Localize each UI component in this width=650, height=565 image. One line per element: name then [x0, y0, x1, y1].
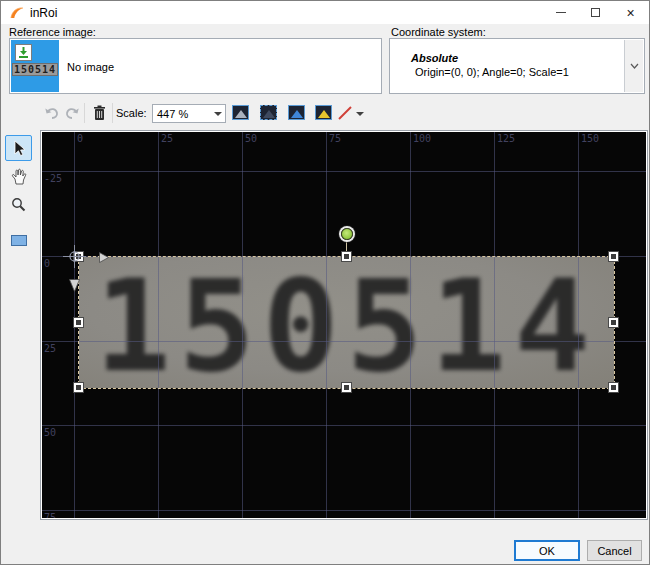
minimize-button[interactable] [544, 1, 577, 24]
hand-icon [11, 168, 27, 185]
cancel-button[interactable]: Cancel [587, 540, 642, 561]
rectangle-icon [11, 235, 27, 246]
actual-size-icon [260, 105, 277, 120]
trash-icon [93, 105, 106, 121]
canvas-toolbar: Scale: 447 % [39, 99, 649, 127]
ruler-label-top: 50 [245, 133, 257, 144]
fit-image-icon [232, 105, 249, 120]
rectangle-tool-button[interactable] [5, 227, 32, 253]
grid-line-horizontal [42, 425, 646, 426]
ok-button[interactable]: OK [514, 540, 580, 561]
load-image-icon [15, 44, 32, 61]
ruler-label-left: 0 [44, 258, 50, 269]
reference-image-label: Reference image: [9, 26, 96, 38]
ruler-label-top: 25 [161, 133, 173, 144]
actual-size-button[interactable] [257, 102, 279, 123]
scale-combobox[interactable]: 447 % [152, 104, 226, 123]
delete-roi-button[interactable] [89, 102, 109, 124]
line-color-dropdown-button[interactable] [354, 109, 366, 119]
undo-button[interactable] [43, 103, 61, 123]
coordinate-system-label: Coordinate system: [391, 26, 486, 38]
coordinate-system-name: Absolute [411, 52, 458, 64]
y-axis-arrow-icon [69, 279, 80, 292]
ruler-label-top: 125 [497, 133, 515, 144]
scale-dropdown-icon [214, 112, 222, 116]
magnifier-icon [11, 197, 26, 212]
thumbnail-image: 150514 [12, 63, 58, 76]
reference-image-thumbnail[interactable]: 150514 [11, 40, 59, 92]
minimize-icon [556, 12, 566, 13]
reference-image-panel[interactable]: 150514 No image [9, 38, 382, 94]
roi-canvas[interactable]: 150514 0255075100125150-250255075 [42, 132, 646, 518]
scale-value: 447 % [157, 108, 188, 120]
origin-crosshair-icon [63, 245, 86, 268]
roi-handle-middle-right[interactable] [608, 317, 619, 328]
reference-image-status: No image [67, 61, 114, 73]
roi-handle-top-center[interactable] [341, 251, 352, 262]
ruler-label-top: 75 [329, 133, 341, 144]
coordinate-system-select[interactable]: Absolute Origin=(0, 0); Angle=0; Scale=1 [389, 38, 645, 94]
window-title: inRoi [30, 6, 57, 20]
roi-handle-bottom-left[interactable] [73, 382, 84, 393]
zoom-in-region-icon [288, 105, 305, 120]
ruler-label-top: 100 [413, 133, 431, 144]
dropdown-caret-icon [356, 112, 364, 116]
zoom-selection-icon [315, 105, 332, 120]
cancel-button-label: Cancel [597, 545, 631, 557]
maximize-icon [591, 8, 600, 17]
roi-handle-middle-left[interactable] [73, 317, 84, 328]
diagonal-line-icon [338, 106, 352, 120]
scale-label: Scale: [116, 107, 147, 119]
roi-handle-bottom-center[interactable] [341, 382, 352, 393]
roi-selection-border [78, 256, 615, 389]
ruler-label-top: 150 [581, 133, 599, 144]
canvas-frame: 150514 0255075100125150-250255075 [40, 130, 648, 520]
zoom-tool-button[interactable] [5, 191, 32, 217]
roi-handle-top-right[interactable] [608, 251, 619, 262]
cursor-arrow-icon [11, 140, 26, 157]
undo-icon [45, 107, 60, 120]
toolbar-separator [84, 103, 85, 123]
roi-handle-bottom-right[interactable] [608, 382, 619, 393]
zoom-in-region-button[interactable] [285, 102, 307, 123]
ok-button-label: OK [539, 545, 555, 557]
title-bar: inRoi × [1, 1, 649, 24]
pan-tool-button[interactable] [5, 163, 32, 189]
select-tool-button[interactable] [5, 135, 32, 161]
chevron-down-icon [630, 63, 639, 69]
ruler-label-top: 0 [77, 133, 83, 144]
rotation-handle[interactable] [341, 228, 353, 240]
line-color-button[interactable] [336, 103, 354, 123]
coordinate-system-details: Origin=(0, 0); Angle=0; Scale=1 [415, 66, 569, 78]
x-axis-arrow-icon [99, 252, 109, 263]
app-icon [10, 6, 24, 19]
grid-line-horizontal [42, 171, 646, 172]
ruler-label-left: -25 [44, 173, 62, 184]
ruler-label-left: 25 [44, 343, 56, 354]
coordinate-system-dropdown-button[interactable] [624, 40, 643, 92]
redo-icon [64, 107, 79, 120]
close-icon: × [626, 5, 634, 21]
inroi-dialog: inRoi × Reference image: 150514 No image… [0, 0, 650, 565]
fit-image-button[interactable] [229, 102, 251, 123]
zoom-selection-button[interactable] [312, 102, 334, 123]
redo-button[interactable] [62, 103, 80, 123]
close-button[interactable]: × [614, 1, 647, 24]
grid-line-horizontal [42, 510, 646, 511]
ruler-label-left: 50 [44, 427, 56, 438]
toolbar-separator [112, 103, 113, 123]
maximize-button[interactable] [579, 1, 612, 24]
ruler-label-left: 75 [44, 512, 56, 518]
